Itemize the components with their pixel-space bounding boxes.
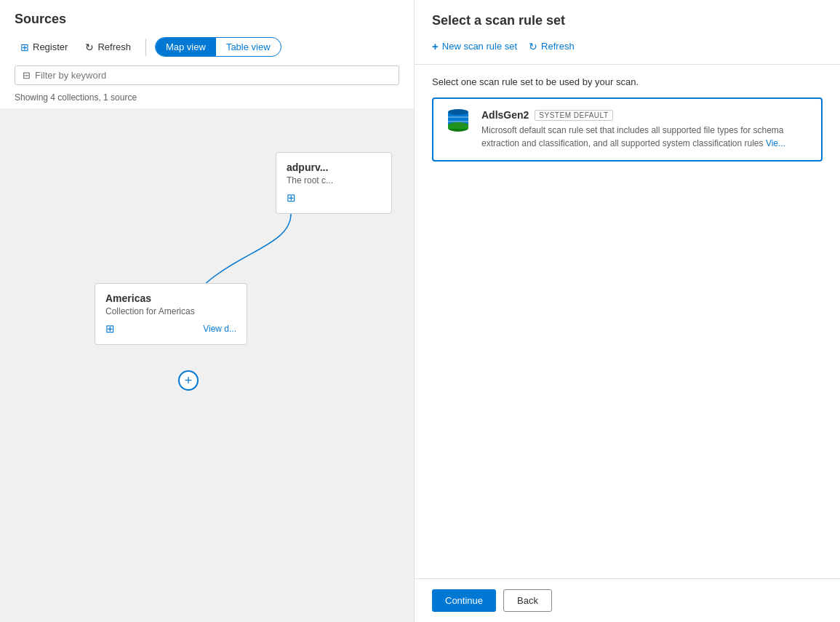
filter-bar: ⊟ [15,65,399,85]
ruleset-description: Microsoft default scan rule set that inc… [481,124,809,150]
table-view-button[interactable]: Table view [216,38,281,56]
filter-icon: ⊟ [23,70,31,81]
right-content: Select one scan rule set to be used by y… [415,65,840,578]
left-panel: Sources ⊞ Register ↻ Refresh Map view Ta… [0,0,415,622]
right-refresh-button[interactable]: ↻ Refresh [529,38,575,55]
ruleset-info: AdlsGen2 SYSTEM DEFAULT Microsoft defaul… [481,109,809,150]
toolbar-divider [145,39,146,56]
americas-grid-icon: ⊞ [105,322,115,335]
filter-input[interactable] [35,70,391,81]
root-card-subtitle: The root c... [287,175,381,186]
register-button[interactable]: ⊞ Register [15,38,73,57]
right-description: Select one scan rule set to be used by y… [432,76,823,87]
ruleset-name-row: AdlsGen2 SYSTEM DEFAULT [481,109,809,121]
ruleset-name-text: AdlsGen2 [481,109,529,121]
right-header: Select a scan rule set + New scan rule s… [415,0,840,65]
right-refresh-label: Refresh [541,41,575,52]
svg-rect-2 [448,116,468,118]
left-toolbar: ⊞ Register ↻ Refresh Map view Table view [15,37,399,57]
add-collection-button[interactable]: + [178,370,199,391]
americas-card-subtitle: Collection for Americas [105,306,236,316]
sources-title: Sources [15,12,399,27]
americas-view-link[interactable]: View d... [203,324,236,334]
plus-icon: + [432,40,439,52]
svg-point-6 [448,122,468,128]
root-card-title: adpurv... [287,162,381,173]
ruleset-card[interactable]: AdlsGen2 SYSTEM DEFAULT Microsoft defaul… [432,97,823,162]
right-panel: Select a scan rule set + New scan rule s… [415,0,840,622]
americas-card-title: Americas [105,292,236,304]
root-card-actions: ⊞ [287,191,381,204]
right-footer: Continue Back [415,578,840,622]
left-header: Sources ⊞ Register ↻ Refresh Map view Ta… [0,0,414,65]
americas-card[interactable]: Americas Collection for Americas ⊞ View … [95,283,247,345]
map-area: adpurv... The root c... ⊞ Americas Colle… [0,108,414,622]
new-scan-rule-label: New scan rule set [442,41,517,52]
right-refresh-icon: ↻ [529,41,537,52]
view-toggle: Map view Table view [155,37,281,57]
continue-button[interactable]: Continue [432,589,496,612]
svg-point-7 [448,109,468,115]
collections-info: Showing 4 collections, 1 source [0,92,414,108]
refresh-icon: ↻ [85,41,94,53]
new-scan-rule-button[interactable]: + New scan rule set [432,37,517,55]
system-default-badge: SYSTEM DEFAULT [535,110,612,121]
register-label: Register [33,41,68,52]
adlsgen2-icon [445,109,471,135]
right-title: Select a scan rule set [432,13,823,28]
back-button[interactable]: Back [503,589,552,612]
map-view-button[interactable]: Map view [156,38,216,56]
left-refresh-button[interactable]: ↻ Refresh [79,38,137,57]
svg-rect-3 [448,121,468,122]
right-toolbar: + New scan rule set ↻ Refresh [432,37,823,55]
ruleset-view-link[interactable]: Vie... [766,138,785,148]
root-card[interactable]: adpurv... The root c... ⊞ [276,152,392,214]
root-grid-icon: ⊞ [287,191,296,204]
grid-icon: ⊞ [20,41,29,53]
ruleset-icon [445,109,471,135]
americas-card-actions: ⊞ View d... [105,322,236,335]
left-refresh-label: Refresh [97,41,131,52]
